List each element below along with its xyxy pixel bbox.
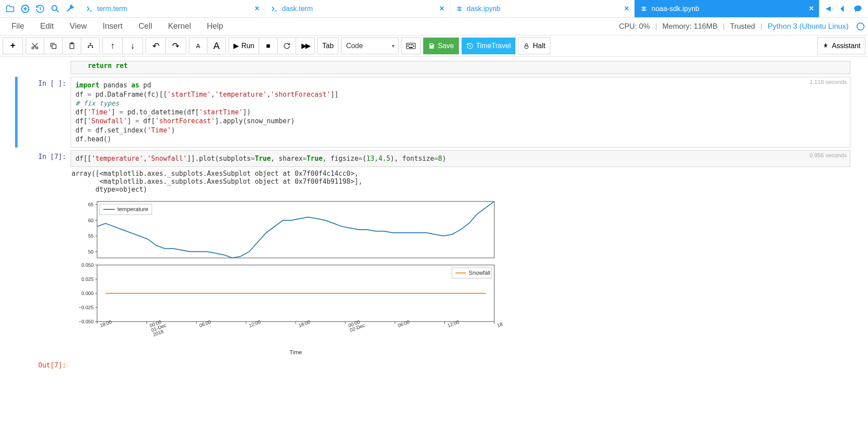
- separator: |: [760, 22, 762, 31]
- svg-point-14: [410, 44, 410, 45]
- restart-button[interactable]: [278, 38, 296, 54]
- svg-point-13: [408, 44, 408, 45]
- play-icon: ▶: [233, 42, 239, 50]
- cut-button[interactable]: [26, 38, 44, 54]
- menu-kernel[interactable]: Kernel: [160, 22, 199, 31]
- run-all-button[interactable]: ▶▶: [296, 38, 315, 54]
- kernel-name[interactable]: Python 3 (Ubuntu Linux): [768, 22, 849, 31]
- chat-left-icon[interactable]: [839, 4, 849, 14]
- redo-button[interactable]: ↷: [166, 38, 186, 54]
- svg-point-4: [32, 47, 34, 49]
- tab-label: dask.term: [282, 5, 436, 13]
- run-button[interactable]: ▶Run: [229, 38, 259, 54]
- svg-point-17: [408, 46, 408, 46]
- tab-dask-ipynb[interactable]: dask.ipynb ×: [450, 0, 635, 17]
- tab-label: dask.ipynb: [467, 5, 621, 13]
- font-larger-button[interactable]: A: [207, 38, 226, 54]
- keyboard-button[interactable]: [401, 38, 421, 54]
- run-label: Run: [241, 42, 254, 50]
- top-icon-tab-bar: term.term × dask.term × dask.ipynb × noa…: [0, 0, 868, 18]
- search-icon[interactable]: [49, 3, 61, 15]
- chat-icon[interactable]: [853, 4, 863, 14]
- cell-type-select[interactable]: Code: [341, 38, 398, 54]
- stop-button[interactable]: ■: [259, 38, 278, 54]
- close-icon[interactable]: ×: [624, 4, 629, 13]
- history-icon[interactable]: [34, 3, 46, 15]
- close-icon[interactable]: ×: [440, 4, 444, 13]
- move-up-button[interactable]: ↑: [102, 38, 123, 54]
- svg-rect-9: [90, 43, 91, 44]
- svg-point-15: [411, 44, 411, 45]
- tab-button[interactable]: Tab: [317, 38, 338, 54]
- svg-point-2: [458, 8, 460, 10]
- jupyter-icon: [455, 5, 463, 13]
- tab-strip: term.term × dask.term × dask.ipynb × noa…: [80, 0, 819, 17]
- close-icon[interactable]: ×: [255, 4, 259, 13]
- trusted-status[interactable]: Trusted: [730, 22, 755, 31]
- format-button[interactable]: [81, 38, 100, 54]
- tab-label: term.term: [97, 5, 251, 13]
- svg-rect-6: [52, 45, 56, 49]
- move-down-button[interactable]: ↓: [123, 38, 143, 54]
- megaphone-icon[interactable]: [825, 4, 834, 14]
- save-button[interactable]: Save: [423, 38, 458, 54]
- menu-insert[interactable]: Insert: [95, 22, 131, 31]
- svg-point-18: [413, 46, 414, 46]
- halt-label: Halt: [533, 42, 545, 50]
- menu-edit[interactable]: Edit: [32, 22, 62, 31]
- top-right-icons: [819, 4, 868, 14]
- status-area: CPU: 0% | Memory: 116MB | Trusted | Pyth…: [619, 22, 864, 31]
- svg-point-16: [413, 44, 413, 45]
- terminal-icon: [86, 5, 94, 13]
- tab-term-term[interactable]: term.term ×: [80, 0, 265, 17]
- menu-help[interactable]: Help: [199, 22, 231, 31]
- global-icon-group: [0, 3, 80, 15]
- memory-status: Memory: 116MB: [662, 22, 718, 31]
- wrench-icon[interactable]: [64, 3, 76, 15]
- halt-button[interactable]: Halt: [518, 38, 550, 54]
- timetravel-label: TimeTravel: [476, 42, 511, 50]
- jupyter-icon: [640, 5, 648, 13]
- tab-dask-term[interactable]: dask.term ×: [265, 0, 450, 17]
- kernel-indicator-icon[interactable]: [857, 23, 864, 30]
- menu-bar: File Edit View Insert Cell Kernel Help C…: [0, 18, 868, 35]
- paste-button[interactable]: [63, 38, 81, 54]
- font-smaller-button[interactable]: A: [189, 38, 207, 54]
- svg-rect-10: [88, 46, 89, 48]
- svg-point-3: [643, 8, 645, 10]
- toolbar: + ↑ ↓ ↶ ↷ A A ▶Run ■ ▶▶ Tab Code Save Ti…: [0, 35, 868, 57]
- terminal-icon: [271, 5, 278, 13]
- svg-rect-11: [92, 46, 93, 48]
- separator: |: [655, 22, 657, 31]
- plus-circle-icon[interactable]: [19, 3, 31, 15]
- assistant-button[interactable]: Assistant: [817, 38, 865, 54]
- tab-noaa-sdk-ipynb[interactable]: noaa-sdk.ipynb ×: [635, 0, 819, 17]
- timetravel-button[interactable]: TimeTravel: [462, 38, 516, 54]
- separator: |: [723, 22, 725, 31]
- folder-open-icon[interactable]: [4, 3, 16, 15]
- menu-cell[interactable]: Cell: [131, 22, 160, 31]
- svg-rect-19: [409, 47, 412, 47]
- cpu-status: CPU: 0%: [619, 22, 650, 31]
- copy-button[interactable]: [44, 38, 63, 54]
- undo-button[interactable]: ↶: [146, 38, 166, 54]
- menu-view[interactable]: View: [62, 22, 95, 31]
- assistant-label: Assistant: [832, 42, 860, 50]
- svg-point-5: [36, 47, 38, 49]
- menu-file[interactable]: File: [4, 22, 32, 31]
- save-label: Save: [438, 42, 454, 50]
- cell-type-value: Code: [346, 42, 363, 50]
- svg-point-1: [52, 5, 57, 10]
- insert-cell-button[interactable]: +: [3, 38, 23, 54]
- close-icon[interactable]: ×: [809, 4, 814, 13]
- tab-label: noaa-sdk.ipynb: [651, 5, 805, 13]
